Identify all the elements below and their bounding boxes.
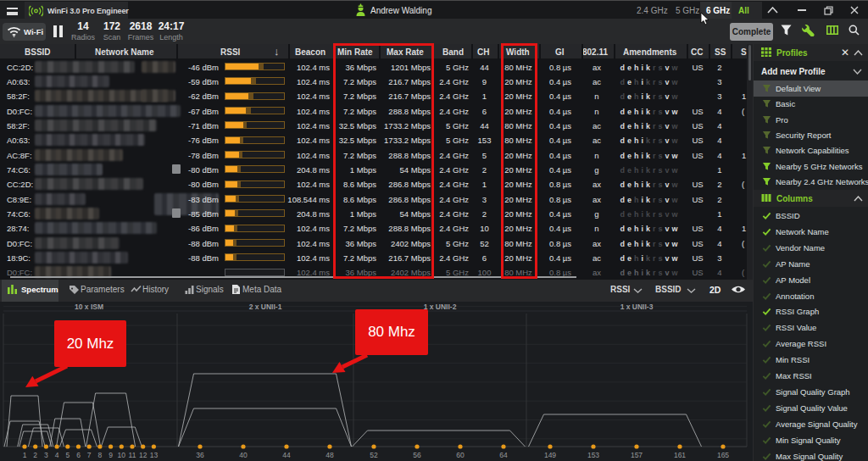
svg-text:10 x ISM: 10 x ISM	[75, 303, 103, 311]
svg-text:149: 149	[544, 451, 556, 459]
svg-text:161: 161	[674, 451, 686, 459]
svg-text:5: 5	[65, 451, 70, 459]
svg-text:8: 8	[98, 451, 103, 459]
svg-text:7: 7	[87, 451, 92, 459]
svg-text:1 x UNII-3: 1 x UNII-3	[620, 303, 654, 311]
svg-text:157: 157	[631, 451, 643, 459]
svg-text:52: 52	[370, 451, 378, 459]
svg-text:13: 13	[150, 451, 159, 459]
svg-text:12: 12	[139, 451, 147, 459]
svg-text:56: 56	[413, 451, 421, 459]
svg-text:48: 48	[326, 451, 334, 459]
svg-text:9: 9	[108, 451, 113, 459]
svg-text:36: 36	[196, 451, 204, 459]
svg-text:60: 60	[456, 451, 465, 459]
svg-text:4: 4	[55, 451, 59, 459]
svg-text:1 x UNII-2: 1 x UNII-2	[424, 303, 457, 311]
svg-text:10: 10	[118, 451, 126, 459]
svg-text:2: 2	[33, 451, 37, 459]
svg-text:2 x UNII-1: 2 x UNII-1	[249, 303, 282, 311]
svg-text:1: 1	[23, 451, 27, 459]
svg-text:40: 40	[239, 451, 248, 459]
svg-text:153: 153	[587, 451, 599, 459]
svg-text:64: 64	[499, 451, 508, 459]
svg-text:11: 11	[129, 451, 136, 459]
svg-text:165: 165	[717, 451, 729, 459]
svg-text:6: 6	[76, 451, 81, 459]
svg-text:3: 3	[44, 451, 48, 459]
svg-text:44: 44	[282, 451, 291, 459]
